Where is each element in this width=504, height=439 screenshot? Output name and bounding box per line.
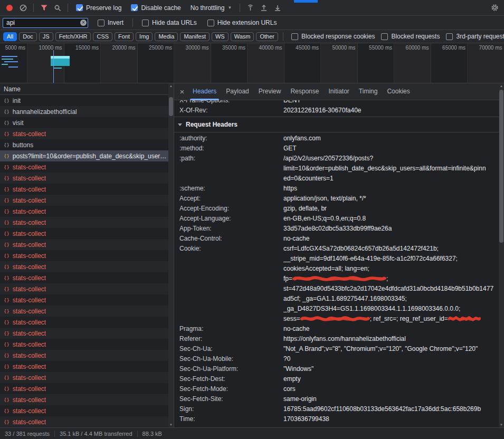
checkbox-blocked-response-cookies[interactable]: Blocked response cookies [291, 33, 375, 40]
request-row[interactable]: {}stats-collect [0, 405, 168, 416]
request-row[interactable]: {}stats-collect [0, 361, 168, 372]
scroll-up-icon[interactable]: ▲ [168, 84, 174, 88]
type-filter-doc[interactable]: Doc [19, 32, 37, 41]
type-filter-font[interactable]: Font [115, 32, 134, 41]
request-headers-section[interactable]: Request Headers [174, 118, 499, 131]
request-row[interactable]: {}stats-collect [0, 394, 168, 405]
preserve-log-checkbox[interactable]: Preserve log [76, 4, 121, 12]
request-row[interactable]: {}stats-collect [0, 250, 168, 261]
filter-bar: × Invert Hide data URLs Hide extension U… [0, 16, 504, 30]
tab-headers[interactable]: Headers [188, 83, 221, 100]
status-bar: 33 / 381 requests 35.1 kB / 4.4 MB trans… [0, 427, 504, 439]
filter-button[interactable] [37, 2, 50, 14]
scroll-up-icon[interactable]: ▲ [499, 84, 504, 88]
network-filter-input[interactable] [3, 18, 88, 28]
request-row[interactable]: {}stats-collect [0, 416, 168, 427]
hide-extension-urls-checkbox[interactable]: Hide extension URLs [207, 19, 277, 26]
script-icon: {} [4, 198, 9, 203]
header-value: ?0 [283, 354, 499, 364]
header-name: Accept-Language: [179, 214, 283, 224]
request-list-scrollbar[interactable]: ▲ ▼ [168, 83, 174, 427]
type-filter-wasm[interactable]: Wasm [231, 32, 254, 41]
clear-filter-icon[interactable]: × [80, 20, 87, 26]
invert-checkbox[interactable]: Invert [98, 19, 123, 26]
request-row[interactable]: {}stats-collect [0, 294, 168, 306]
request-row[interactable]: {}stats-collect [0, 217, 168, 228]
type-filter-ws[interactable]: WS [212, 32, 229, 41]
request-row[interactable]: {}stats-collect [0, 283, 168, 294]
checkbox-unchecked-icon [98, 20, 104, 26]
header-name: Accept: [179, 194, 283, 204]
timeline-column: 20000 ms [101, 43, 138, 83]
request-row[interactable]: {}stats-collect [0, 372, 168, 383]
record-button[interactable] [3, 2, 16, 14]
request-row[interactable]: {}stats-collect [0, 184, 168, 195]
scrollbar-thumb[interactable] [169, 97, 173, 116]
request-row[interactable]: {}stats-collect [0, 261, 168, 272]
type-filter-other[interactable]: Other [256, 32, 278, 41]
name-column-header[interactable]: Name [0, 83, 174, 95]
request-row[interactable]: {}stats-collect [0, 339, 168, 350]
header-value: 33d57ade8c02dbc5a333db99ff9ae26a [283, 224, 499, 234]
filter-icon [41, 5, 47, 11]
request-row[interactable]: {}hannahelizabethofficial [0, 106, 168, 117]
request-row[interactable]: {}stats-collect [0, 239, 168, 250]
timeline-overview[interactable]: 5000 ms10000 ms15000 ms20000 ms25000 ms3… [0, 43, 504, 83]
request-row[interactable]: {}buttons [0, 139, 168, 150]
request-row[interactable]: {}stats-collect [0, 350, 168, 361]
request-row[interactable]: {}stats-collect [0, 383, 168, 394]
tab-payload[interactable]: Payload [221, 83, 253, 100]
request-row[interactable]: {}stats-collect [0, 228, 168, 239]
close-icon[interactable]: × [176, 87, 188, 96]
request-row[interactable]: {}stats-collect [0, 328, 168, 339]
request-row[interactable]: {}visit [0, 117, 168, 128]
request-name: stats-collect [13, 363, 46, 370]
request-row[interactable]: {}stats-collect [0, 173, 168, 184]
clear-button[interactable] [17, 2, 30, 14]
throttling-select[interactable]: No throttling ▼ [191, 4, 232, 12]
search-button[interactable] [51, 2, 64, 14]
network-conditions-button[interactable] [244, 2, 256, 14]
type-filter-all[interactable]: All [3, 32, 17, 41]
type-filter-css[interactable]: CSS [93, 32, 112, 41]
tab-preview[interactable]: Preview [254, 83, 286, 100]
tab-timing[interactable]: Timing [354, 83, 383, 100]
request-row[interactable]: {}posts?limit=10&order=publish_date_desc… [0, 150, 168, 161]
request-row[interactable]: {}stats-collect [0, 306, 168, 317]
disable-cache-checkbox[interactable]: Disable cache [131, 4, 180, 12]
scroll-down-icon[interactable]: ▼ [499, 423, 504, 426]
scrollbar-thumb[interactable] [499, 90, 503, 243]
request-row[interactable]: {}init [0, 95, 168, 106]
header-row: :scheme:https [174, 184, 499, 194]
header-value: https [283, 184, 499, 194]
type-filter-js[interactable]: JS [39, 32, 53, 41]
hide-data-urls-checkbox[interactable]: Hide data URLs [142, 19, 197, 26]
request-row[interactable]: {}stats-collect [0, 317, 168, 328]
type-filter-bar: AllDocJSFetch/XHRCSSFontImgMediaManifest… [0, 30, 504, 43]
request-row[interactable]: {}stats-collect [0, 272, 168, 283]
preserve-log-label: Preserve log [86, 4, 121, 12]
type-filter-manifest[interactable]: Manifest [180, 32, 210, 41]
scroll-down-icon[interactable]: ▼ [168, 423, 174, 426]
settings-button[interactable] [488, 2, 501, 14]
checkbox-blocked-requests[interactable]: Blocked requests [381, 33, 440, 40]
timeline-column: 5000 ms [0, 43, 27, 83]
tab-response[interactable]: Response [286, 83, 324, 100]
type-filter-media[interactable]: Media [155, 32, 178, 41]
import-har-button[interactable] [258, 2, 270, 14]
type-filter-img[interactable]: Img [136, 32, 153, 41]
request-row[interactable]: {}stats-collect [0, 128, 168, 139]
export-har-button[interactable] [271, 2, 284, 14]
type-filter-fetch-xhr[interactable]: Fetch/XHR [55, 32, 91, 41]
tab-cookies[interactable]: Cookies [382, 83, 414, 100]
request-row[interactable]: {}stats-collect [0, 161, 168, 173]
request-list-panel: Name {}init{}hannahelizabethofficial{}vi… [0, 83, 174, 427]
tab-initiator[interactable]: Initiator [324, 83, 354, 100]
header-row: Sec-Fetch-Dest:empty [174, 374, 499, 384]
detail-scrollbar[interactable]: ▲ ▼ [499, 83, 504, 427]
request-row[interactable]: {}stats-collect [0, 206, 168, 217]
checkbox-3rd-party-requests[interactable]: 3rd-party requests [446, 33, 504, 40]
header-value: empty [283, 374, 499, 384]
request-row[interactable]: {}stats-collect [0, 195, 168, 206]
script-icon: {} [4, 353, 9, 358]
